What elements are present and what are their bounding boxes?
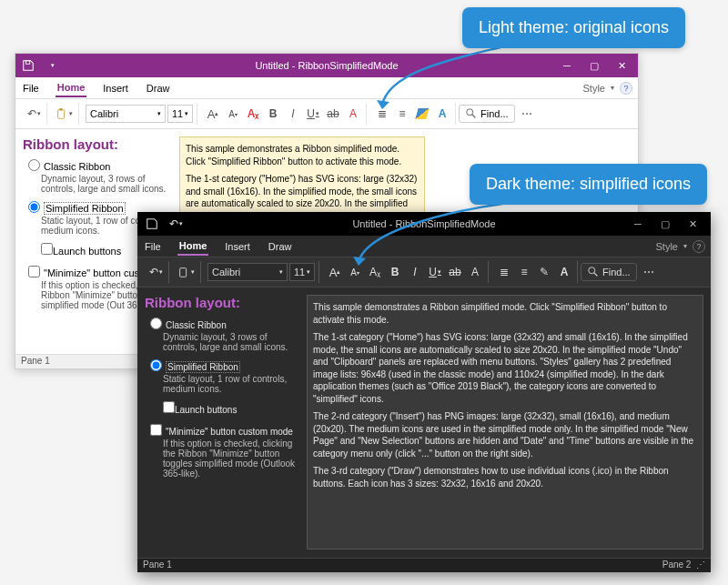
font-size-combobox[interactable]: 11▾: [289, 263, 315, 281]
layout-heading: Ribbon layout:: [23, 136, 172, 152]
minimize-desc: If this option is checked, clicking the …: [163, 439, 299, 479]
maximize-button[interactable]: ▢: [581, 56, 607, 75]
classic-desc: Dynamic layout, 3 rows of controls, larg…: [163, 332, 299, 352]
status-pane-right: Pane 2: [662, 560, 692, 570]
info-p4: The 3-rd category ("Draw") demonstrates …: [313, 465, 697, 489]
style-dropdown[interactable]: Style: [656, 241, 678, 252]
checkbox-minimize-mode[interactable]: "Minimize" button custom mode: [150, 424, 299, 437]
help-icon[interactable]: ?: [693, 240, 705, 253]
radio-simplified-label: Simplified Ribbon: [166, 361, 240, 373]
font-name-value: Calibri: [212, 267, 240, 277]
status-pane-left: Pane 1: [21, 356, 50, 368]
callout-arrow-dark: [348, 197, 521, 269]
qat-dropdown[interactable]: [43, 56, 61, 75]
bold-button[interactable]: B: [264, 105, 282, 123]
radio-classic-label: Classic Ribbon: [166, 320, 227, 330]
title-bar: Untitled - RibbonSimplifiedMode ─ ▢ ✕: [15, 54, 638, 77]
radio-simplified-label: Simplified Ribbon: [44, 202, 126, 215]
minimize-button[interactable]: ─: [554, 56, 580, 75]
svg-point-6: [589, 267, 595, 274]
shrink-font-icon[interactable]: A▾: [224, 105, 242, 123]
close-button[interactable]: ✕: [680, 216, 705, 232]
launch-label: Launch buttons: [53, 246, 121, 257]
status-bar: Pane 1 Pane 2 ⋰: [137, 558, 711, 572]
grow-font-icon[interactable]: A▴: [204, 105, 222, 123]
font-size-value: 11: [294, 267, 305, 277]
search-icon: [587, 266, 600, 278]
info-p1: This sample demonstrates a Ribbon simpli…: [186, 143, 419, 167]
svg-rect-2: [59, 108, 63, 111]
ribbon-tabs: File Home Insert Draw Style ▾ ?: [15, 77, 638, 99]
svg-rect-1: [58, 110, 65, 119]
svg-rect-0: [25, 61, 29, 65]
callout-dark-theme: Dark theme: simplified icons: [470, 164, 707, 205]
font-size-value: 11: [172, 108, 183, 119]
launch-label: Launch buttons: [175, 405, 237, 415]
font-color-icon[interactable]: A: [344, 105, 362, 123]
style-dropdown[interactable]: Style: [583, 83, 605, 94]
overflow-button[interactable]: ⋯: [518, 105, 536, 123]
tab-draw[interactable]: Draw: [267, 237, 294, 255]
radio-simplified-ribbon[interactable]: Simplified Ribbon: [150, 359, 299, 372]
paste-button[interactable]: [54, 105, 75, 123]
svg-line-4: [472, 115, 476, 118]
strikethrough-button[interactable]: ab: [324, 105, 342, 123]
status-resize-grip[interactable]: ⋰: [696, 560, 705, 570]
clear-formatting-icon[interactable]: Aᵪ: [244, 105, 262, 123]
tab-file[interactable]: File: [21, 79, 41, 96]
italic-button[interactable]: I: [284, 105, 302, 123]
tab-insert[interactable]: Insert: [101, 79, 130, 96]
layout-heading: Ribbon layout:: [145, 295, 299, 310]
tab-home[interactable]: Home: [56, 78, 87, 97]
radio-classic-ribbon[interactable]: Classic Ribbon: [150, 318, 299, 330]
radio-classic-label: Classic Ribbon: [44, 161, 110, 172]
checkbox-launch-buttons[interactable]: Launch buttons: [163, 401, 299, 415]
minimize-button[interactable]: ─: [625, 216, 651, 232]
tab-file[interactable]: File: [143, 237, 163, 255]
find-button[interactable]: Find...: [581, 263, 637, 281]
underline-button[interactable]: U: [304, 105, 322, 123]
paste-button[interactable]: [176, 263, 197, 281]
info-p3: The 2-nd category ("Insert") has PNG ima…: [313, 410, 697, 459]
font-name-combobox[interactable]: Calibri▾: [207, 263, 288, 281]
callout-light-theme: Light theme: original icons: [462, 7, 685, 48]
overflow-button[interactable]: ⋯: [640, 263, 658, 281]
undo-icon[interactable]: ↶: [167, 215, 185, 233]
info-p2: The 1-st category ("Home") has SVG icons…: [313, 331, 697, 405]
simplified-desc: Static layout, 1 row of controls, medium…: [163, 374, 299, 394]
tab-draw[interactable]: Draw: [145, 79, 172, 96]
svg-line-7: [594, 273, 598, 277]
grow-font-icon[interactable]: A▴: [326, 263, 344, 281]
classic-desc: Dynamic layout, 3 rows of controls, larg…: [41, 174, 172, 194]
chevron-down-icon[interactable]: ▾: [683, 242, 687, 250]
status-pane-left: Pane 1: [143, 560, 172, 571]
find-label: Find...: [602, 267, 631, 277]
help-icon[interactable]: ?: [620, 82, 632, 95]
radio-classic-ribbon[interactable]: Classic Ribbon: [28, 159, 172, 172]
styles-icon[interactable]: A: [555, 263, 573, 281]
svg-rect-5: [180, 268, 187, 277]
save-icon[interactable]: [19, 56, 37, 75]
highlighter-icon[interactable]: ✎: [535, 263, 553, 281]
save-icon[interactable]: [143, 215, 161, 233]
tab-insert[interactable]: Insert: [223, 237, 252, 255]
window-title: Untitled - RibbonSimplifiedMode: [15, 60, 638, 71]
close-button[interactable]: ✕: [609, 56, 634, 75]
chevron-down-icon[interactable]: ▾: [611, 84, 614, 92]
callout-arrow-light: [364, 40, 519, 113]
info-box: This sample demonstrates a Ribbon simpli…: [307, 295, 703, 550]
font-name-combobox[interactable]: Calibri▾: [86, 105, 166, 123]
info-p1: This sample demonstrates a Ribbon simpli…: [313, 301, 697, 326]
ribbon-toolbar: ↶ Calibri▾ 11▾ A▴ A▾ Aᵪ B I U ab A ≣ ≡ A…: [15, 99, 638, 129]
font-name-value: Calibri: [90, 108, 118, 119]
tab-home[interactable]: Home: [177, 237, 209, 256]
undo-button[interactable]: ↶: [25, 105, 43, 123]
maximize-button[interactable]: ▢: [652, 216, 678, 232]
ribbon-layout-panel: Ribbon layout: Classic Ribbon Dynamic la…: [145, 295, 299, 550]
minimize-label: "Minimize" button custom mode: [166, 427, 293, 437]
undo-button[interactable]: ↶: [147, 263, 165, 281]
font-size-combobox[interactable]: 11▾: [167, 105, 193, 123]
